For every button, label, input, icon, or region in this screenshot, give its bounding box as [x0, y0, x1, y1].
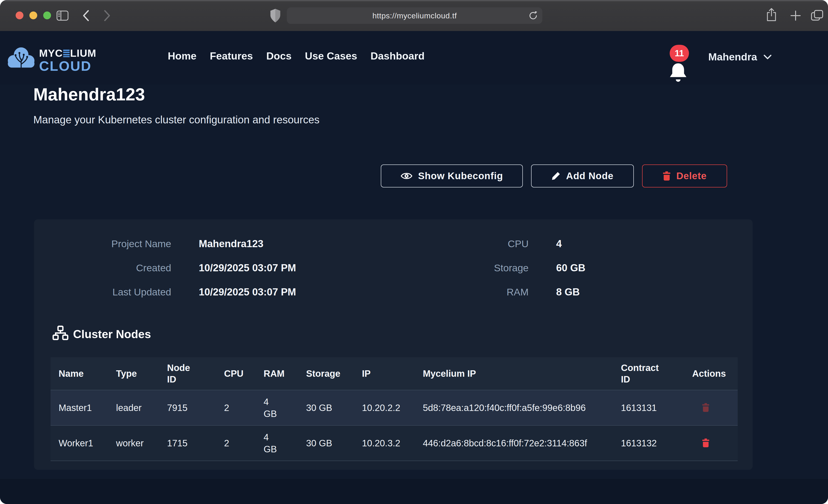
notifications-button[interactable]: 11 [667, 47, 695, 79]
delete-cluster-button[interactable]: Delete [642, 165, 727, 187]
ram-value-cell: 4 GB [263, 396, 279, 420]
bell-icon [669, 62, 688, 83]
cell-mycelium-ip: 446:d2a6:8bcd:8c16:ff0f:72e2:3114:863f [415, 425, 613, 461]
address-bar[interactable]: https://myceliumcloud.tf [287, 7, 542, 24]
cell-actions [684, 425, 738, 461]
cell-name: Master1 [50, 390, 108, 425]
project-name-label: Project Name [69, 237, 171, 250]
storage-label: Storage [460, 261, 529, 274]
cell-contract-id: 1613132 [613, 425, 684, 461]
show-kubeconfig-button[interactable]: Show Kubeconfig [381, 165, 523, 187]
url-text: https://myceliumcloud.tf [372, 11, 457, 20]
ram-value-cell: 4 GB [263, 431, 279, 455]
last-updated-value: 10/29/2025 03:07 PM [199, 286, 296, 298]
notification-badge: 11 [670, 45, 689, 62]
nav-links: Home Features Docs Use Cases Dashboard [168, 50, 424, 62]
cell-storage: 30 GB [298, 425, 354, 461]
created-label: Created [69, 261, 171, 274]
delete-node-button[interactable] [702, 438, 710, 448]
back-icon[interactable] [82, 10, 90, 22]
tab-overview-icon[interactable] [811, 9, 824, 22]
cluster-nodes-icon [52, 326, 69, 342]
cell-ram: 4 GB [255, 390, 298, 425]
user-name: Mahendra [708, 51, 757, 63]
zoom-window-button[interactable] [43, 11, 51, 19]
add-node-button[interactable]: Add Node [531, 165, 634, 187]
brand-top-line: MYCLIUM [39, 48, 96, 58]
eye-icon [401, 172, 413, 180]
cluster-actions: Show Kubeconfig Add Node Delete [381, 165, 727, 187]
mycelium-cloud-logo-icon[interactable] [6, 45, 36, 72]
cluster-nodes-table: Name Type Node ID CPU RAM Storage IP Myc… [50, 357, 738, 461]
col-node-id: Node ID [159, 357, 216, 390]
close-window-button[interactable] [16, 11, 24, 19]
privacy-shield-icon[interactable] [270, 8, 281, 23]
brand-myc: MYC [39, 47, 63, 59]
col-actions: Actions [684, 357, 738, 390]
trash-icon [702, 438, 710, 448]
add-node-label: Add Node [566, 170, 613, 181]
col-storage: Storage [298, 357, 354, 390]
cell-node-id: 7915 [159, 390, 216, 425]
nav-item-home[interactable]: Home [168, 50, 197, 62]
browser-toolbar: https://myceliumcloud.tf [0, 0, 828, 31]
sidebar-toggle-icon[interactable] [56, 10, 69, 22]
col-name: Name [50, 357, 108, 390]
reload-icon[interactable] [528, 10, 538, 21]
delete-label: Delete [676, 170, 707, 181]
pencil-icon [551, 171, 561, 180]
browser-window: https://myceliumcloud.tf Mahendra123 [0, 0, 828, 504]
page-title: Mahendra123 [33, 84, 145, 104]
cell-contract-id: 1613131 [613, 390, 684, 425]
table-row: Worker1 worker 1715 2 4 GB 30 GB 10.20.3… [50, 425, 738, 461]
col-mycelium-ip: Mycelium IP [415, 357, 613, 390]
ram-label: RAM [460, 286, 529, 298]
minimize-window-button[interactable] [30, 11, 37, 19]
storage-value: 60 GB [556, 261, 585, 274]
col-contract-id: Contract ID [613, 357, 684, 390]
cell-ip: 10.20.2.2 [354, 390, 415, 425]
chevron-down-icon [764, 54, 772, 59]
site-navbar: MYCLIUM CLOUD Home Features Docs Use Cas… [0, 31, 828, 85]
page-footer [0, 479, 828, 504]
new-tab-icon[interactable] [790, 10, 801, 22]
cell-node-id: 1715 [159, 425, 216, 461]
table-row: Master1 leader 7915 2 4 GB 30 GB 10.20.2… [50, 390, 738, 425]
col-ip: IP [354, 357, 415, 390]
cell-ram: 4 GB [255, 425, 298, 461]
project-name-value: Mahendra123 [199, 237, 263, 250]
delete-node-button-disabled[interactable] [702, 403, 710, 413]
created-value: 10/29/2025 03:07 PM [199, 261, 296, 274]
cell-type: leader [108, 390, 159, 425]
table-header-row: Name Type Node ID CPU RAM Storage IP Myc… [50, 357, 738, 390]
col-type: Type [108, 357, 159, 390]
cluster-details-card: Project Name Mahendra123 Created 10/29/2… [34, 219, 753, 470]
share-icon[interactable] [766, 7, 777, 22]
brand-e-bars-icon [63, 50, 70, 57]
cell-cpu: 2 [216, 390, 255, 425]
last-updated-label: Last Updated [69, 286, 171, 298]
trash-icon [702, 403, 710, 412]
cell-name: Worker1 [50, 425, 108, 461]
cluster-nodes-heading: Cluster Nodes [73, 327, 151, 341]
cell-type: worker [108, 425, 159, 461]
cell-storage: 30 GB [298, 390, 354, 425]
cpu-value: 4 [556, 237, 562, 250]
nav-item-features[interactable]: Features [210, 50, 253, 62]
col-cpu: CPU [216, 357, 255, 390]
forward-icon[interactable] [103, 10, 111, 22]
brand-lium: LIUM [70, 47, 96, 59]
cell-cpu: 2 [216, 425, 255, 461]
nav-item-docs[interactable]: Docs [266, 50, 292, 62]
user-menu[interactable]: Mahendra [708, 51, 772, 63]
ram-value: 8 GB [556, 286, 580, 298]
brand-wordmark[interactable]: MYCLIUM CLOUD [39, 48, 96, 73]
col-ram: RAM [255, 357, 298, 390]
brand-bottom-line: CLOUD [39, 59, 96, 73]
nav-item-use-cases[interactable]: Use Cases [305, 50, 357, 62]
cpu-label: CPU [460, 237, 529, 250]
cell-actions [684, 390, 738, 425]
trash-icon [663, 171, 671, 181]
show-kubeconfig-label: Show Kubeconfig [418, 170, 503, 181]
nav-item-dashboard[interactable]: Dashboard [370, 50, 424, 62]
